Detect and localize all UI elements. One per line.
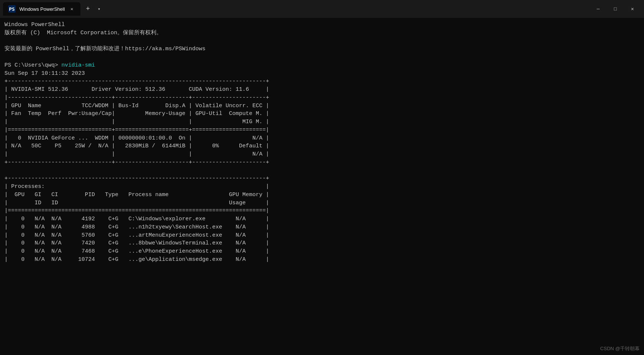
svg-text:PS: PS: [9, 6, 15, 12]
close-button[interactable]: ✕: [624, 3, 641, 15]
tab-dropdown-button[interactable]: ▾: [94, 4, 104, 14]
active-tab[interactable]: PS Windows PowerShell ✕: [3, 2, 80, 16]
terminal-prompt: PS C:\Users\qwq> nvidia-smi: [4, 62, 95, 68]
titlebar: PS Windows PowerShell ✕ + ▾ ─ □ ✕: [0, 0, 644, 18]
maximize-button[interactable]: □: [607, 3, 624, 15]
new-tab-button[interactable]: +: [82, 3, 94, 15]
terminal-processes-output: +---------------------------------------…: [4, 175, 269, 263]
terminal-smi-output: +---------------------------------------…: [4, 78, 269, 166]
terminal-output: Windows PowerShell 版权所有 (C) Microsoft Co…: [0, 18, 644, 355]
terminal-line-copyright: 版权所有 (C) Microsoft Corporation。保留所有权利。: [4, 30, 162, 36]
watermark-label: CSDN @千转朝幕: [600, 345, 640, 352]
terminal-line-welcome1: Windows PowerShell: [4, 22, 65, 28]
powershell-icon: PS: [8, 5, 16, 13]
tab-title-label: Windows PowerShell: [19, 6, 65, 12]
terminal-datetime: Sun Sep 17 10:11:32 2023: [4, 70, 85, 77]
minimize-button[interactable]: ─: [590, 3, 607, 15]
tab-close-button[interactable]: ✕: [68, 6, 75, 12]
window-controls: ─ □ ✕: [590, 3, 641, 15]
terminal-line-install: 安装最新的 PowerShell，了解新功能和改进！https://aka.ms…: [4, 46, 205, 52]
